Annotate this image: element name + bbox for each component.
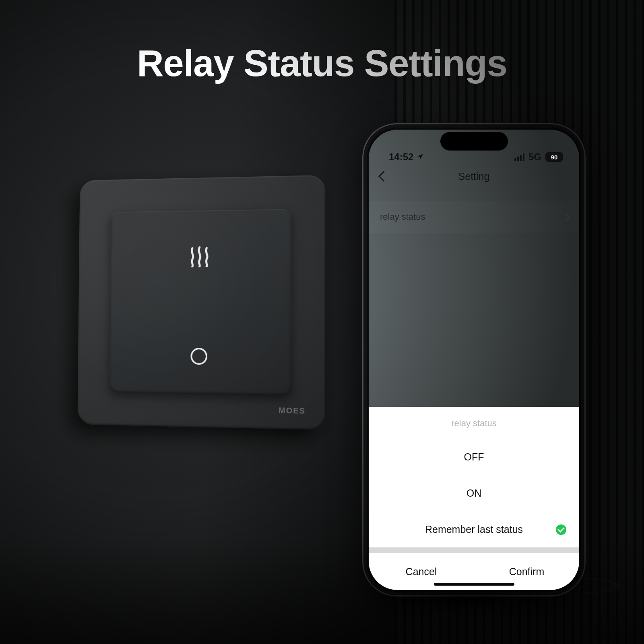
confirm-label: Confirm [509, 566, 545, 578]
status-left: 14:52 [389, 151, 424, 163]
relay-status-value: OFF [541, 212, 559, 222]
product-scene: Relay Status Settings MOES [0, 0, 644, 644]
sheet-separator [369, 547, 579, 553]
device-brand: MOES [279, 406, 305, 415]
sheet-option-label: OFF [464, 451, 484, 462]
wall-switch-device: MOES [74, 177, 324, 427]
sheet-option-label: Remember last status [425, 524, 523, 535]
headline: Relay Status Settings [0, 42, 644, 85]
network-type: 5G [528, 151, 541, 163]
chevron-right-icon [562, 213, 570, 221]
location-arrow-icon [417, 151, 424, 163]
power-ring-icon [190, 348, 207, 365]
battery-indicator: 90 [545, 152, 563, 162]
relay-status-row[interactable]: relay status OFF [369, 201, 579, 233]
switch-rocker[interactable] [109, 209, 291, 395]
relay-status-label: relay status [380, 212, 425, 222]
relay-status-action-sheet: relay status OFF ON Remember last status… [369, 407, 579, 590]
heat-icon [188, 246, 211, 269]
dynamic-island [440, 132, 508, 151]
home-indicator[interactable] [434, 583, 514, 586]
status-right: 5G 90 [514, 151, 563, 163]
checkmark-icon [556, 524, 566, 535]
switch-faceplate [77, 175, 325, 430]
sheet-option-off[interactable]: OFF [369, 439, 579, 475]
cancel-label: Cancel [406, 566, 437, 578]
sheet-option-label: ON [466, 487, 482, 499]
sheet-option-on[interactable]: ON [369, 475, 579, 511]
sheet-option-remember[interactable]: Remember last status [369, 511, 579, 547]
phone-screen: 14:52 5G 90 Setting relay st [369, 130, 579, 590]
status-time: 14:52 [389, 151, 413, 163]
sheet-title: relay status [369, 407, 579, 439]
cellular-signal-icon [514, 153, 524, 161]
phone-frame: 14:52 5G 90 Setting relay st [362, 123, 586, 597]
